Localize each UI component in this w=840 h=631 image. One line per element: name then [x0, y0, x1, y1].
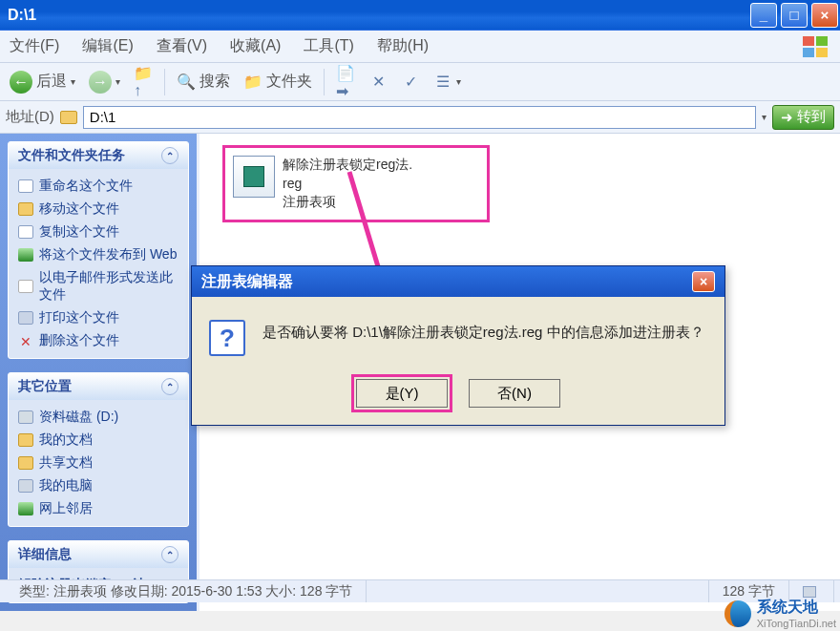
close-button[interactable]: × [811, 3, 838, 28]
toolbar: ← 后退 ▾ → ▾ 📁↑ 🔍 搜索 📁 文件夹 📄➡ ✕ ✓ ☰▾ [0, 63, 840, 101]
panel-other-places: 其它位置 ⌃ 资料磁盘 (D:) 我的文档 共享文档 我的电脑 网上邻居 [8, 372, 189, 527]
file-item-reg[interactable]: 解除注册表锁定reg法. reg 注册表项 [222, 145, 490, 222]
folders-label: 文件夹 [266, 72, 312, 92]
forward-button[interactable]: → ▾ [85, 69, 124, 95]
watermark-name: 系统天地 [757, 598, 836, 618]
address-label: 地址(D) [6, 108, 54, 126]
address-bar: 地址(D) ▾ ➜ 转到 [0, 101, 840, 134]
undo-button[interactable]: ✓ [397, 71, 424, 94]
back-button[interactable]: ← 后退 ▾ [6, 69, 79, 95]
panel-title: 其它位置 [18, 378, 72, 395]
window-title: D:\1 [8, 7, 36, 24]
task-move[interactable]: 移动这个文件 [18, 198, 178, 221]
search-icon: 🔍 [177, 73, 196, 92]
drive-icon [18, 410, 33, 424]
chevron-down-icon: ▾ [456, 76, 461, 87]
status-bar: 类型: 注册表项 修改日期: 2015-6-30 1:53 大小: 128 字节… [0, 579, 840, 602]
status-spacer [367, 580, 708, 602]
folders-button[interactable]: 📁 文件夹 [240, 70, 316, 94]
up-button[interactable]: 📁↑ [130, 71, 157, 94]
dialog-title: 注册表编辑器 [201, 272, 293, 292]
collapse-icon: ⌃ [161, 546, 178, 563]
copy-icon [18, 225, 33, 239]
dialog-close-button[interactable]: × [692, 271, 715, 292]
task-publish[interactable]: 将这个文件发布到 Web [18, 243, 178, 266]
undo-icon: ✓ [401, 73, 420, 92]
back-arrow-icon: ← [10, 71, 32, 94]
back-label: 后退 [36, 72, 67, 92]
task-copy[interactable]: 复制这个文件 [18, 221, 178, 243]
minimize-button[interactable]: _ [750, 3, 777, 28]
go-label: 转到 [797, 108, 826, 126]
status-type: 类型: 注册表项 修改日期: 2015-6-30 1:53 大小: 128 字节 [6, 580, 367, 602]
window-controls: _ □ × [750, 3, 838, 28]
views-button[interactable]: ☰▾ [430, 71, 465, 94]
copy-to-button[interactable]: ✕ [365, 71, 391, 94]
move-to-button[interactable]: 📄➡ [332, 71, 359, 94]
task-delete[interactable]: ✕删除这个文件 [18, 329, 178, 352]
menu-edit[interactable]: 编辑(E) [82, 36, 133, 56]
menu-tools[interactable]: 工具(T) [304, 36, 353, 56]
dialog-titlebar: 注册表编辑器 × [192, 266, 724, 297]
search-label: 搜索 [200, 72, 230, 92]
toolbar-separator [324, 69, 325, 95]
place-my-documents[interactable]: 我的文档 [18, 429, 178, 452]
menu-favorites[interactable]: 收藏(A) [230, 36, 281, 56]
windows-logo-icon [802, 35, 830, 58]
toolbar-separator [164, 69, 165, 95]
menubar: 文件(F) 编辑(E) 查看(V) 收藏(A) 工具(T) 帮助(H) [0, 31, 840, 63]
dialog-body: ? 是否确认要将 D:\1\解除注册表锁定reg法.reg 中的信息添加进注册表… [192, 297, 724, 425]
computer-icon [18, 479, 33, 493]
place-network[interactable]: 网上邻居 [18, 497, 178, 520]
panel-header[interactable]: 详细信息 ⌃ [9, 541, 188, 568]
menu-help[interactable]: 帮助(H) [377, 36, 429, 56]
folder-icon [18, 433, 33, 447]
panel-list: 资料磁盘 (D:) 我的文档 共享文档 我的电脑 网上邻居 [9, 400, 188, 526]
maximize-button[interactable]: □ [781, 3, 808, 28]
place-shared-documents[interactable]: 共享文档 [18, 452, 178, 474]
folder-icon [18, 456, 33, 470]
go-arrow-icon: ➜ [781, 109, 793, 126]
menu-file[interactable]: 文件(F) [10, 36, 59, 56]
folder-icon [60, 111, 77, 124]
watermark-url: XiTongTianDi.net [757, 618, 836, 629]
views-icon: ☰ [433, 73, 452, 92]
go-button[interactable]: ➜ 转到 [772, 105, 834, 130]
watermark-logo-icon [724, 600, 751, 627]
confirm-dialog: 注册表编辑器 × ? 是否确认要将 D:\1\解除注册表锁定reg法.reg 中… [191, 265, 725, 426]
chevron-down-icon: ▾ [116, 76, 120, 87]
collapse-icon: ⌃ [161, 378, 178, 395]
sidebar-tasks: 文件和文件夹任务 ⌃ 重命名这个文件 移动这个文件 复制这个文件 将这个文件发布… [0, 134, 197, 611]
place-drive-d[interactable]: 资料磁盘 (D:) [18, 406, 178, 429]
place-my-computer[interactable]: 我的电脑 [18, 474, 178, 497]
dialog-message: 是否确认要将 D:\1\解除注册表锁定reg法.reg 中的信息添加进注册表？ [262, 320, 704, 342]
panel-header[interactable]: 其它位置 ⌃ [9, 373, 188, 400]
task-rename[interactable]: 重命名这个文件 [18, 175, 178, 198]
collapse-icon: ⌃ [161, 147, 178, 164]
task-email[interactable]: 以电子邮件形式发送此文件 [18, 266, 178, 306]
window-titlebar: D:\1 _ □ × [0, 0, 840, 31]
panel-header[interactable]: 文件和文件夹任务 ⌃ [9, 142, 188, 169]
menu-view[interactable]: 查看(V) [157, 36, 207, 56]
no-button[interactable]: 否(N) [469, 379, 560, 408]
move-icon: 📄➡ [336, 73, 355, 92]
reg-file-icon [233, 156, 275, 198]
rename-icon [18, 179, 33, 193]
panel-list: 重命名这个文件 移动这个文件 复制这个文件 将这个文件发布到 Web 以电子邮件… [9, 169, 188, 358]
chevron-down-icon: ▾ [71, 76, 75, 87]
network-icon [18, 502, 33, 515]
address-dropdown[interactable]: ▾ [762, 112, 766, 122]
folder-up-icon: 📁↑ [134, 73, 153, 92]
globe-icon [18, 248, 33, 262]
folders-icon: 📁 [243, 73, 262, 92]
question-icon: ? [209, 320, 245, 356]
search-button[interactable]: 🔍 搜索 [173, 70, 234, 94]
panel-file-tasks: 文件和文件夹任务 ⌃ 重命名这个文件 移动这个文件 复制这个文件 将这个文件发布… [8, 141, 189, 359]
address-input[interactable] [83, 106, 756, 129]
panel-title: 文件和文件夹任务 [18, 147, 125, 164]
file-item-text: 解除注册表锁定reg法. reg 注册表项 [283, 156, 412, 212]
yes-button[interactable]: 是(Y) [356, 379, 448, 408]
delete-icon: ✕ [18, 334, 33, 347]
task-print[interactable]: 打印这个文件 [18, 306, 178, 329]
printer-icon [18, 311, 33, 325]
